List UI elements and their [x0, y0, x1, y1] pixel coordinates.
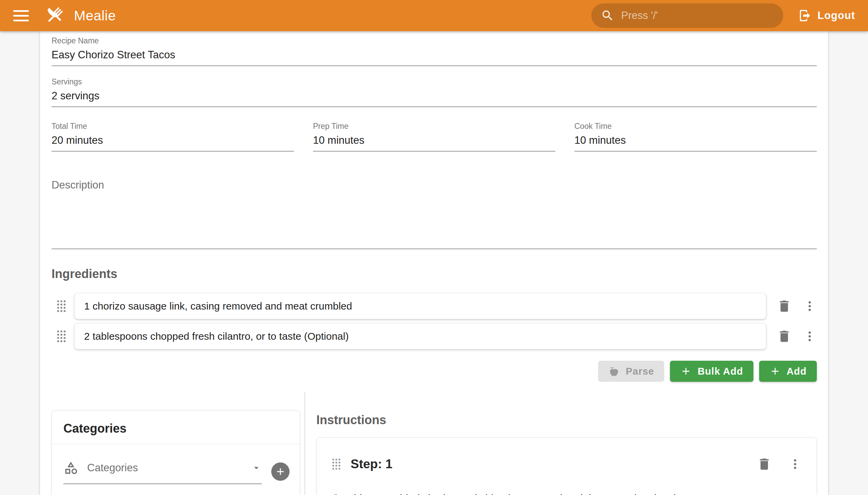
categories-card: Categories Categories: [52, 410, 300, 495]
step-card: Step: 1 Combine crumbled chorizo and chi…: [316, 437, 817, 495]
search-placeholder: Press '/': [621, 10, 658, 22]
ingredient-menu-button[interactable]: [803, 300, 816, 312]
categories-select-label: Categories: [87, 462, 251, 474]
cook-time-field[interactable]: Cook Time 10 minutes: [574, 121, 817, 152]
servings-value[interactable]: 2 servings: [52, 86, 817, 106]
description-field[interactable]: Description: [52, 179, 817, 249]
shapes-icon: [63, 460, 78, 475]
delete-step-button[interactable]: [757, 457, 772, 472]
add-category-button[interactable]: [271, 462, 290, 481]
add-button[interactable]: Add: [759, 361, 817, 382]
total-time-label: Total Time: [52, 121, 294, 131]
total-time-field[interactable]: Total Time 20 minutes: [52, 121, 294, 152]
delete-ingredient-button[interactable]: [777, 329, 792, 344]
app-title: Mealie: [74, 8, 116, 24]
recipe-name-label: Recipe Name: [52, 36, 817, 46]
search-input[interactable]: Press '/': [591, 3, 783, 28]
categories-title: Categories: [52, 411, 300, 444]
ingredient-input[interactable]: 1 chorizo sausage link, casing removed a…: [74, 293, 766, 319]
recipe-name-field[interactable]: Recipe Name Easy Chorizo Street Tacos: [52, 36, 817, 66]
bulk-add-button[interactable]: Bulk Add: [670, 361, 753, 382]
step-text-input[interactable]: Combine crumbled chorizo and chipotle pe…: [331, 491, 802, 495]
times-row: Total Time 20 minutes Prep Time 10 minut…: [52, 121, 817, 152]
description-textarea[interactable]: [52, 191, 817, 249]
categories-select[interactable]: Categories: [63, 460, 262, 484]
bulk-add-label: Bulk Add: [697, 366, 743, 377]
exit-icon: [798, 9, 812, 22]
plus-icon: [769, 365, 781, 377]
add-label: Add: [787, 366, 806, 377]
recipe-editor-card: Recipe Name Easy Chorizo Street Tacos Se…: [40, 31, 828, 495]
ingredient-row: 1 chorizo sausage link, casing removed a…: [52, 293, 817, 319]
parse-button[interactable]: Parse: [598, 361, 664, 382]
prep-time-field[interactable]: Prep Time 10 minutes: [313, 121, 556, 152]
step-title: Step: 1: [351, 457, 392, 471]
drag-handle-icon[interactable]: [56, 330, 66, 342]
search-icon: [601, 9, 614, 22]
categories-column: Categories Categories: [52, 392, 305, 495]
ingredient-input[interactable]: 2 tablespoons chopped fresh cilantro, or…: [74, 323, 766, 349]
step-menu-button[interactable]: [789, 458, 802, 471]
prep-time-value[interactable]: 10 minutes: [313, 131, 556, 151]
lower-section: Categories Categories: [52, 392, 817, 495]
logout-label: Logout: [817, 10, 855, 22]
fork-knife-icon: [41, 3, 66, 28]
parse-label: Parse: [626, 366, 654, 377]
chevron-down-icon[interactable]: [251, 462, 262, 473]
ingredient-menu-button[interactable]: [803, 330, 816, 343]
prep-time-label: Prep Time: [313, 121, 556, 131]
plus-icon: [275, 466, 286, 477]
servings-field[interactable]: Servings 2 servings: [52, 77, 817, 107]
cook-time-label: Cook Time: [574, 121, 817, 131]
menu-button[interactable]: [10, 5, 32, 27]
plus-icon: [680, 365, 692, 377]
ingredient-row: 2 tablespoons chopped fresh cilantro, or…: [52, 323, 817, 349]
logout-button[interactable]: Logout: [798, 9, 855, 22]
cook-time-value[interactable]: 10 minutes: [574, 131, 817, 151]
delete-ingredient-button[interactable]: [777, 299, 792, 313]
total-time-value[interactable]: 20 minutes: [52, 131, 294, 151]
apple-icon: [608, 365, 620, 377]
description-label: Description: [52, 179, 817, 191]
app-bar: Mealie Press '/' Logout: [0, 0, 868, 31]
drag-handle-icon[interactable]: [56, 300, 66, 312]
recipe-name-value[interactable]: Easy Chorizo Street Tacos: [52, 46, 817, 65]
instructions-column: Instructions Step: 1: [305, 392, 817, 495]
instructions-heading: Instructions: [316, 413, 817, 427]
ingredients-heading: Ingredients: [52, 267, 817, 281]
ingredients-list: 1 chorizo sausage link, casing removed a…: [52, 293, 817, 349]
ingredient-actions: Parse Bulk Add Add: [52, 361, 817, 382]
drag-handle-icon[interactable]: [331, 458, 341, 470]
servings-label: Servings: [52, 77, 817, 86]
